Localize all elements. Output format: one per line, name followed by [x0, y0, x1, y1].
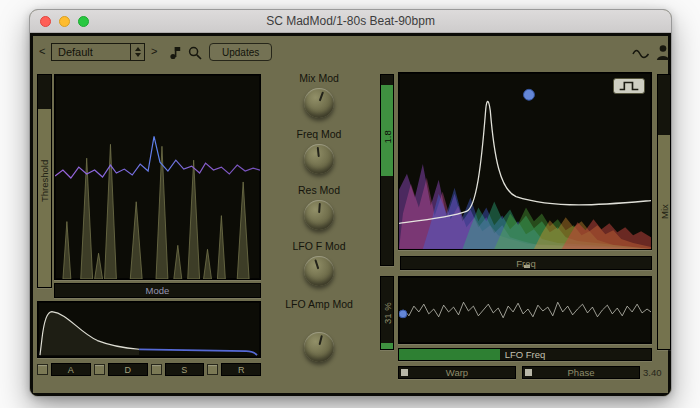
- waveform-graphic: [55, 75, 260, 279]
- search-icon[interactable]: [186, 44, 204, 61]
- phase-slider[interactable]: Phase: [522, 366, 640, 379]
- preset-prev-button[interactable]: <: [39, 45, 45, 57]
- lfo-graphic: [399, 277, 651, 343]
- waveform-display: [54, 74, 261, 280]
- release-checkbox[interactable]: [207, 364, 218, 375]
- freq-mod-label: Freq Mod: [269, 128, 369, 140]
- knob-indicator: [317, 147, 320, 157]
- mode-label: Mode: [146, 285, 170, 296]
- preset-next-button[interactable]: >: [151, 45, 157, 57]
- threshold-label: Threshold: [38, 75, 51, 287]
- phase-label: Phase: [568, 367, 595, 378]
- desktop: SC MadMod/1-80s Beat-90bpm < Default >: [0, 0, 700, 408]
- lfo-amount-meter[interactable]: 31 %: [380, 276, 394, 350]
- knob-indicator: [318, 203, 321, 213]
- plugin-body: < Default >: [30, 33, 671, 396]
- titlebar[interactable]: SC MadMod/1-80s Beat-90bpm: [30, 10, 671, 33]
- preset-selector[interactable]: Default: [51, 43, 145, 61]
- mix-slider[interactable]: Mix: [657, 74, 671, 350]
- envelope-display[interactable]: [37, 301, 261, 358]
- sine-wave-icon[interactable]: [631, 45, 651, 62]
- warp-handle: [401, 369, 408, 376]
- decay-slider[interactable]: D: [108, 363, 148, 376]
- freq-slider[interactable]: Freq: [400, 256, 652, 270]
- mode-slider[interactable]: Mode: [54, 283, 261, 298]
- release-cell: R: [207, 363, 261, 376]
- spectrum-spikes: [63, 144, 249, 279]
- lfo-amp-mod-knob[interactable]: [304, 332, 334, 362]
- decay-cell: D: [94, 363, 148, 376]
- warp-label: Warp: [446, 367, 468, 378]
- preset-name: Default: [52, 46, 130, 58]
- close-button[interactable]: [40, 16, 51, 27]
- lfo-display[interactable]: [398, 276, 652, 344]
- plugin-window: SC MadMod/1-80s Beat-90bpm < Default >: [29, 9, 672, 397]
- knob-indicator: [319, 91, 324, 101]
- res-mod-label: Res Mod: [269, 184, 369, 196]
- decay-checkbox[interactable]: [94, 364, 105, 375]
- release-slider[interactable]: R: [221, 363, 261, 376]
- sustain-cell: S: [151, 363, 205, 376]
- knob-indicator: [319, 335, 323, 345]
- lfo-amp-mod-label: LFO Amp Mod: [269, 298, 369, 310]
- filter-handle-dot[interactable]: [524, 89, 535, 100]
- updates-label: Updates: [222, 47, 259, 58]
- user-icon[interactable]: [655, 42, 670, 62]
- zoom-button[interactable]: [78, 16, 89, 27]
- preset-stepper[interactable]: [130, 44, 144, 60]
- lfo-f-mod-knob[interactable]: [304, 256, 334, 286]
- attack-checkbox[interactable]: [37, 364, 48, 375]
- stepper-up-icon: [135, 47, 141, 51]
- mix-mod-label: Mix Mod: [269, 72, 369, 84]
- traffic-lights: [40, 16, 89, 27]
- sustain-checkbox[interactable]: [151, 364, 162, 375]
- lfo-amount-value: 31 %: [381, 277, 393, 349]
- spectrum-graphic: [399, 73, 651, 249]
- envelope-fill: [40, 312, 139, 355]
- attack-slider[interactable]: A: [51, 363, 91, 376]
- mix-mod-knob[interactable]: [304, 88, 334, 118]
- filter-spectrum-display[interactable]: [398, 72, 652, 250]
- adsr-controls: A D S R: [37, 363, 261, 376]
- pulse-wave-icon: [614, 79, 644, 93]
- lfo-f-mod-label: LFO F Mod: [269, 240, 369, 252]
- mix-label: Mix: [658, 75, 670, 349]
- gain-meter[interactable]: 1.8: [380, 74, 394, 266]
- freq-label: Freq: [516, 258, 536, 269]
- lfo-freq-slider[interactable]: LFO Freq: [398, 348, 652, 361]
- freq-mod-knob[interactable]: [304, 144, 334, 174]
- spectrum-layer-red: [562, 219, 651, 249]
- sustain-slider[interactable]: S: [165, 363, 205, 376]
- envelope-graphic: [38, 302, 260, 357]
- waveshape-button[interactable]: [613, 78, 645, 94]
- lfo-freq-fill: [399, 349, 500, 360]
- window-title: SC MadMod/1-80s Beat-90bpm: [266, 14, 435, 28]
- note-icon[interactable]: [166, 44, 184, 61]
- stepper-down-icon: [135, 53, 141, 57]
- updates-button[interactable]: Updates: [209, 43, 272, 61]
- lfo-handle-dot[interactable]: [399, 310, 407, 318]
- knob-indicator: [314, 259, 319, 269]
- minimize-button[interactable]: [59, 16, 70, 27]
- res-mod-knob[interactable]: [304, 200, 334, 230]
- lfo-noise-line: [399, 302, 651, 318]
- lfo-freq-label: LFO Freq: [505, 349, 546, 360]
- phase-handle: [525, 369, 532, 376]
- attack-cell: A: [37, 363, 91, 376]
- threshold-slider[interactable]: Threshold: [37, 74, 52, 288]
- release-line: [139, 349, 257, 355]
- gain-value: 1.8: [381, 74, 393, 265]
- warp-slider[interactable]: Warp: [398, 366, 516, 379]
- phase-value: 3.40: [643, 366, 672, 379]
